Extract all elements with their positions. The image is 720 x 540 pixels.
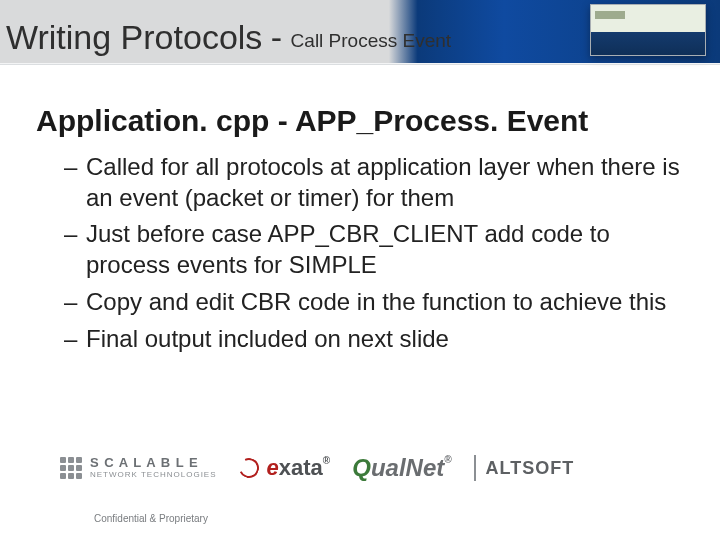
qualnet-rest: ualNet — [371, 454, 444, 481]
header-band: Writing Protocols - Call Process Event — [0, 0, 720, 64]
scalable-logo: S C A L A B L E NETWORK TECHNOLOGIES — [60, 456, 217, 479]
scalable-line1: S C A L A B L E — [90, 456, 217, 470]
confidential-label: Confidential & Proprietary — [94, 513, 208, 524]
header-thumbnail-image — [590, 4, 706, 56]
scalable-line2: NETWORK TECHNOLOGIES — [90, 471, 217, 480]
qualnet-q: Q — [352, 454, 371, 481]
bullet-item: Copy and edit CBR code in the function t… — [64, 287, 684, 318]
exata-logo: exata® — [239, 455, 331, 481]
exata-rest: xata — [279, 455, 323, 480]
title-separator: - — [267, 18, 286, 56]
slide: Writing Protocols - Call Process Event A… — [0, 0, 720, 540]
bullet-item: Just before case APP_CBR_CLIENT add code… — [64, 219, 684, 280]
section-title: Application. cpp - APP_Process. Event — [36, 104, 684, 138]
title-sub: Call Process Event — [291, 30, 452, 51]
slide-title: Writing Protocols - Call Process Event — [6, 18, 451, 57]
logo-row: S C A L A B L E NETWORK TECHNOLOGIES exa… — [0, 454, 720, 482]
swirl-icon — [236, 455, 262, 481]
bullet-item: Called for all protocols at application … — [64, 152, 684, 213]
bullet-list: Called for all protocols at application … — [36, 152, 684, 354]
title-main: Writing Protocols — [6, 18, 262, 56]
exata-wordmark: exata® — [267, 455, 331, 481]
scalable-logo-text: S C A L A B L E NETWORK TECHNOLOGIES — [90, 456, 217, 479]
qualnet-wordmark: QualNet® — [352, 454, 451, 482]
bullet-item: Final output included on next slide — [64, 324, 684, 355]
content-area: Application. cpp - APP_Process. Event Ca… — [36, 104, 684, 360]
qualnet-logo: QualNet® — [352, 454, 451, 482]
footer: S C A L A B L E NETWORK TECHNOLOGIES exa… — [0, 454, 720, 526]
grid-icon — [60, 457, 82, 479]
exata-e: e — [267, 455, 279, 480]
altsoft-logo: ALTSOFT — [474, 455, 575, 481]
altsoft-wordmark: ALTSOFT — [486, 458, 575, 479]
